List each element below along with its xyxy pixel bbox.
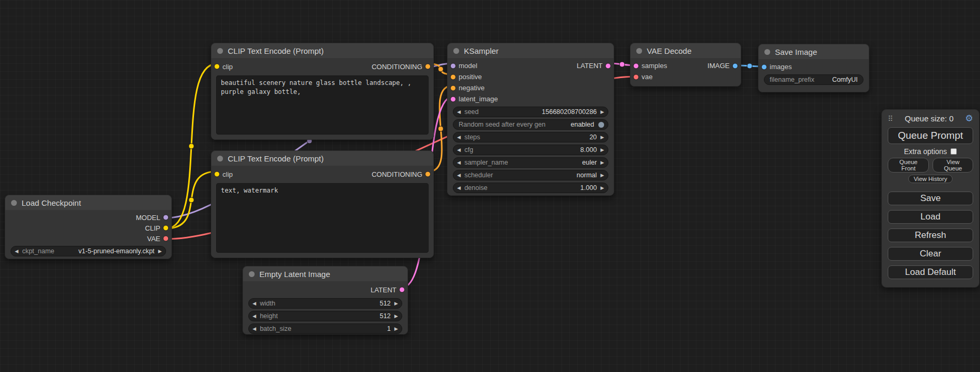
- input-slot-negative[interactable]: [450, 85, 456, 91]
- arrow-left-icon[interactable]: ◀: [253, 314, 256, 319]
- widget-height[interactable]: ◀ height 512 ▶: [248, 311, 402, 321]
- load-default-button[interactable]: Load Default: [888, 265, 973, 279]
- input-slot-samples[interactable]: [633, 63, 639, 69]
- node-clip-text-encode-negative[interactable]: CLIP Text Encode (Prompt) clip CONDITION…: [211, 150, 434, 258]
- arrow-left-icon[interactable]: ◀: [253, 301, 256, 306]
- clear-button[interactable]: Clear: [888, 247, 973, 261]
- node-title-bar[interactable]: Load Checkpoint: [5, 195, 171, 210]
- arrow-left-icon[interactable]: ◀: [15, 249, 18, 254]
- node-clip-text-encode-positive[interactable]: CLIP Text Encode (Prompt) clip CONDITION…: [211, 43, 434, 140]
- arrow-right-icon[interactable]: ▶: [394, 301, 398, 306]
- arrow-right-icon[interactable]: ▶: [600, 173, 604, 178]
- extra-options-row: Extra options: [888, 147, 973, 156]
- widget-sampler-name[interactable]: ◀ sampler_name euler ▶: [453, 157, 608, 168]
- refresh-button[interactable]: Refresh: [888, 228, 973, 242]
- collapse-dot-icon[interactable]: [249, 271, 255, 277]
- output-slot-latent[interactable]: [399, 287, 405, 293]
- output-slot-conditioning[interactable]: [425, 171, 431, 177]
- extra-options-checkbox[interactable]: [950, 148, 957, 155]
- settings-gear-icon[interactable]: ⚙: [965, 114, 973, 123]
- arrow-left-icon[interactable]: ◀: [457, 186, 461, 190]
- widget-value: normal: [577, 171, 597, 179]
- input-slot-images[interactable]: [761, 64, 767, 70]
- node-title: Load Checkpoint: [22, 198, 81, 207]
- input-slot-latent-image[interactable]: [450, 96, 456, 102]
- widget-denoise[interactable]: ◀ denoise 1.000 ▶: [453, 183, 608, 193]
- input-slot-vae[interactable]: [633, 74, 639, 80]
- widget-random-seed-toggle[interactable]: Random seed after every gen enabled: [453, 119, 608, 130]
- drag-handle-icon[interactable]: ⠿: [888, 115, 893, 123]
- arrow-right-icon[interactable]: ▶: [158, 249, 162, 254]
- link-midpoint-dot: [747, 63, 752, 69]
- collapse-dot-icon[interactable]: [217, 48, 223, 54]
- arrow-left-icon[interactable]: ◀: [457, 110, 461, 115]
- view-queue-button[interactable]: View Queue: [933, 158, 973, 173]
- widget-cfg[interactable]: ◀ cfg 8.000 ▶: [453, 145, 608, 155]
- arrow-left-icon[interactable]: ◀: [457, 173, 461, 178]
- input-slot-model[interactable]: [450, 63, 456, 69]
- arrow-right-icon[interactable]: ▶: [600, 160, 604, 165]
- arrow-right-icon[interactable]: ▶: [600, 135, 604, 140]
- arrow-left-icon[interactable]: ◀: [253, 327, 256, 331]
- output-label-vae: VAE: [147, 235, 160, 243]
- arrow-right-icon[interactable]: ▶: [600, 186, 604, 190]
- widget-seed[interactable]: ◀ seed 156680208700286 ▶: [453, 107, 608, 117]
- widget-steps[interactable]: ◀ steps 20 ▶: [453, 132, 608, 142]
- node-vae-decode[interactable]: VAE Decode samples IMAGE vae: [630, 43, 741, 87]
- node-title-bar[interactable]: CLIP Text Encode (Prompt): [211, 43, 433, 58]
- node-title-bar[interactable]: Empty Latent Image: [243, 266, 407, 281]
- output-slot-image[interactable]: [732, 63, 738, 69]
- node-title-bar[interactable]: VAE Decode: [630, 43, 741, 58]
- negative-prompt-textarea[interactable]: text, watermark: [216, 183, 429, 253]
- collapse-dot-icon[interactable]: [11, 200, 17, 206]
- arrow-left-icon[interactable]: ◀: [457, 135, 461, 140]
- widget-value: 512: [380, 300, 391, 307]
- widget-batch-size[interactable]: ◀ batch_size 1 ▶: [248, 323, 402, 334]
- collapse-dot-icon[interactable]: [636, 48, 642, 54]
- extra-options-label: Extra options: [904, 147, 947, 156]
- input-slot-clip[interactable]: [214, 171, 220, 177]
- node-title-bar[interactable]: Save Image: [759, 44, 869, 59]
- collapse-dot-icon[interactable]: [217, 156, 223, 161]
- toggle-dot-icon[interactable]: [598, 122, 604, 128]
- output-slot-latent[interactable]: [605, 63, 611, 69]
- output-slot-conditioning[interactable]: [425, 64, 431, 70]
- input-label-latent-image: latent_image: [459, 95, 498, 103]
- save-button[interactable]: Save: [888, 192, 973, 205]
- arrow-left-icon[interactable]: ◀: [457, 148, 461, 152]
- widget-width[interactable]: ◀ width 512 ▶: [248, 298, 402, 309]
- widget-filename-prefix[interactable]: filename_prefix ComfyUI: [764, 74, 863, 85]
- load-button[interactable]: Load: [888, 210, 973, 224]
- collapse-dot-icon[interactable]: [764, 49, 770, 55]
- arrow-right-icon[interactable]: ▶: [600, 110, 604, 115]
- output-slot-vae[interactable]: [163, 236, 169, 242]
- input-label-images: images: [770, 63, 792, 71]
- arrow-right-icon[interactable]: ▶: [394, 327, 398, 331]
- positive-prompt-textarea[interactable]: beautiful scenery nature glass bottle la…: [216, 75, 429, 135]
- node-save-image[interactable]: Save Image images filename_prefix ComfyU…: [758, 44, 869, 92]
- queue-front-button[interactable]: Queue Front: [888, 158, 929, 173]
- queue-prompt-button[interactable]: Queue Prompt: [888, 127, 973, 144]
- output-slot-model[interactable]: [163, 215, 169, 221]
- arrow-right-icon[interactable]: ▶: [600, 148, 604, 152]
- output-slot-clip[interactable]: [163, 225, 169, 231]
- widget-label: width: [260, 300, 275, 307]
- comfy-menu-panel[interactable]: ⠿ Queue size: 0 ⚙ Queue Prompt Extra opt…: [881, 109, 979, 288]
- arrow-left-icon[interactable]: ◀: [457, 160, 461, 165]
- collapse-dot-icon[interactable]: [453, 48, 459, 54]
- node-load-checkpoint[interactable]: Load Checkpoint MODEL CLIP VAE ◀ ckpt_na…: [5, 195, 172, 259]
- output-label-latent: LATENT: [577, 62, 603, 70]
- node-title-bar[interactable]: KSampler: [448, 43, 614, 58]
- node-ksampler[interactable]: KSampler model LATENT positive negative …: [447, 43, 614, 196]
- output-label-conditioning: CONDITIONING: [372, 63, 422, 71]
- node-empty-latent-image[interactable]: Empty Latent Image LATENT ◀ width 512 ▶ …: [242, 266, 408, 335]
- widget-ckpt-name[interactable]: ◀ ckpt_name v1-5-pruned-emaonly.ckpt ▶: [11, 246, 166, 256]
- input-slot-positive[interactable]: [450, 74, 456, 80]
- node-graph-canvas[interactable]: Load Checkpoint MODEL CLIP VAE ◀ ckpt_na…: [0, 0, 980, 372]
- widget-scheduler[interactable]: ◀ scheduler normal ▶: [453, 170, 608, 180]
- arrow-right-icon[interactable]: ▶: [394, 314, 398, 319]
- node-title-bar[interactable]: CLIP Text Encode (Prompt): [211, 151, 433, 166]
- widget-value: 20: [589, 133, 597, 141]
- input-slot-clip[interactable]: [214, 64, 220, 70]
- view-history-button[interactable]: View History: [908, 175, 953, 183]
